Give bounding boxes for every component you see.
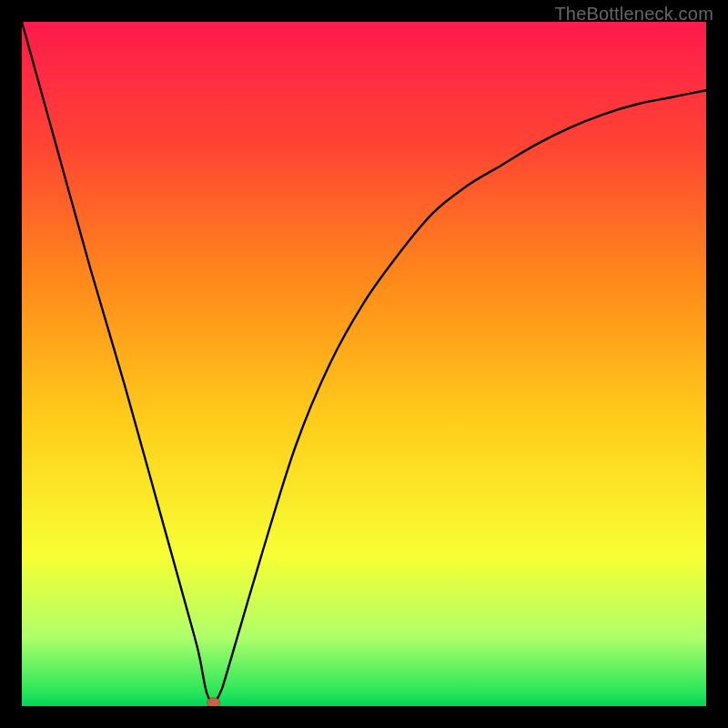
chart-frame: TheBottleneck.com — [0, 0, 728, 728]
chart-svg — [22, 22, 706, 706]
watermark-text: TheBottleneck.com — [554, 4, 713, 25]
plot-area — [22, 22, 706, 706]
gradient-background — [22, 22, 706, 706]
minimum-marker — [207, 698, 220, 706]
